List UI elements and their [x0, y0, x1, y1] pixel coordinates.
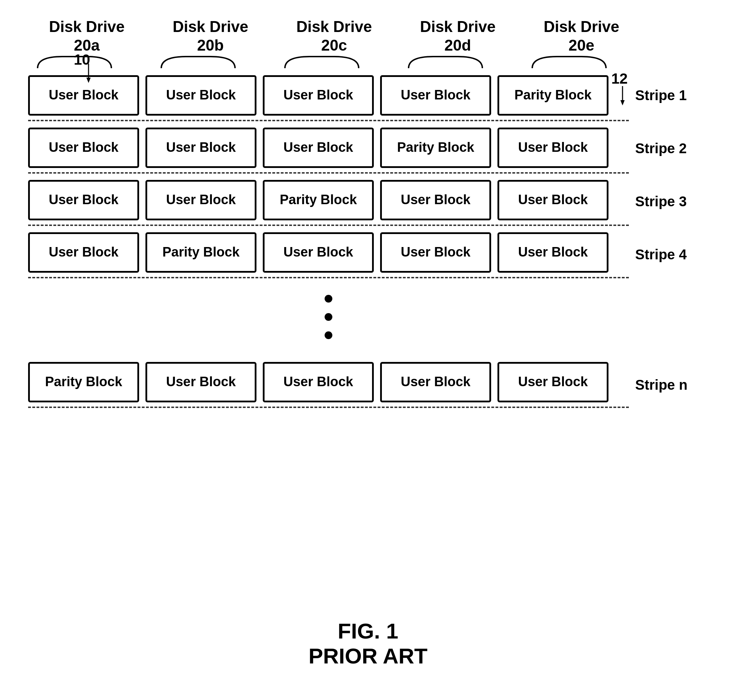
drive-label-20c: Disk Drive 20c: [296, 18, 372, 55]
block-sn-d5: User Block: [498, 362, 608, 402]
block-s4-d2: Parity Block: [145, 232, 256, 273]
drive-label-text-20a: Disk Drive 20a: [49, 18, 124, 54]
stripe-label-n: Stripe n: [635, 359, 688, 412]
brace-20c: [281, 55, 387, 69]
dot-2: [325, 313, 332, 321]
block-s1-d2: User Block: [145, 75, 256, 116]
block-s3-d1: User Block: [28, 180, 139, 220]
svg-marker-1: [87, 78, 91, 83]
block-sn-d3: User Block: [263, 362, 374, 402]
block-s3-d5: User Block: [498, 180, 608, 220]
block-sn-d2: User Block: [145, 362, 256, 402]
block-s2-d2: User Block: [145, 128, 256, 168]
figure-subtitle: PRIOR ART: [309, 643, 427, 668]
block-s4-d5: User Block: [498, 232, 608, 273]
drive-label-text-20d: Disk Drive 20d: [420, 18, 495, 54]
block-s1-d5: Parity Block: [498, 75, 608, 116]
dots-section: [28, 278, 629, 356]
drive-label-text-20e: Disk Drive 20e: [544, 18, 619, 54]
drive-header-20b: Disk Drive 20b: [152, 18, 269, 69]
dot-1: [325, 295, 332, 303]
block-s3-d3: Parity Block: [263, 180, 374, 220]
ref-10-arrow: [85, 63, 92, 83]
block-s3-d2: User Block: [145, 180, 256, 220]
block-s2-d1: User Block: [28, 128, 139, 168]
brace-20e: [529, 55, 634, 69]
drive-label-20a: Disk Drive 20a: [49, 18, 124, 55]
drive-label-text-20c: Disk Drive 20c: [296, 18, 372, 54]
brace-20d: [405, 55, 510, 69]
block-s3-d4: User Block: [380, 180, 491, 220]
block-s1-d1: User Block: [28, 75, 139, 116]
grid: 10 User Block User Block User Block User…: [28, 69, 629, 408]
stripe-label-1: Stripe 1: [635, 69, 688, 122]
block-s2-d3: User Block: [263, 128, 374, 168]
stripe-label-3: Stripe 3: [635, 175, 688, 228]
block-s2-d5: User Block: [498, 128, 608, 168]
figure-caption: FIG. 1 PRIOR ART: [0, 619, 736, 668]
block-s1-d3: User Block: [263, 75, 374, 116]
block-s2-d4: Parity Block: [380, 128, 491, 168]
block-sn-d4: User Block: [380, 362, 491, 402]
block-s1-d4: User Block: [380, 75, 491, 116]
figure-title: FIG. 1: [338, 619, 398, 643]
drive-label-text-20b: Disk Drive 20b: [172, 18, 248, 54]
stripe-labels: Stripe 1 Stripe 2 Stripe 3 Stripe 4: [635, 69, 688, 412]
block-s4-d3: User Block: [263, 232, 374, 273]
dot-3: [325, 331, 332, 339]
stripe-row-3: User Block User Block Parity Block User …: [28, 174, 629, 226]
stripe-row-2: User Block User Block User Block Parity …: [28, 121, 629, 174]
stripe-label-4: Stripe 4: [635, 228, 688, 281]
drive-label-20b: Disk Drive 20b: [172, 18, 248, 55]
block-s4-d1: User Block: [28, 232, 139, 273]
stripe-label-2: Stripe 2: [635, 122, 688, 175]
drive-header-20d: Disk Drive 20d: [399, 18, 516, 69]
ref-12-label: 12: [611, 70, 628, 87]
stripe-row-n: Parity Block User Block User Block User …: [28, 356, 629, 408]
drive-header-20e: Disk Drive 20e: [523, 18, 640, 69]
brace-20b: [158, 55, 263, 69]
block-sn-d1: Parity Block: [28, 362, 139, 402]
drive-label-20d: Disk Drive 20d: [420, 18, 495, 55]
stripe-row-4: User Block Parity Block User Block User …: [28, 226, 629, 278]
ref-12-arrow: [619, 86, 626, 106]
dashed-line-n: [28, 407, 629, 408]
drive-header-20c: Disk Drive 20c: [275, 18, 393, 69]
stripe-row-1: 10 User Block User Block User Block User…: [28, 69, 629, 121]
block-s4-d4: User Block: [380, 232, 491, 273]
svg-marker-3: [620, 100, 624, 106]
drive-label-20e: Disk Drive 20e: [544, 18, 619, 55]
